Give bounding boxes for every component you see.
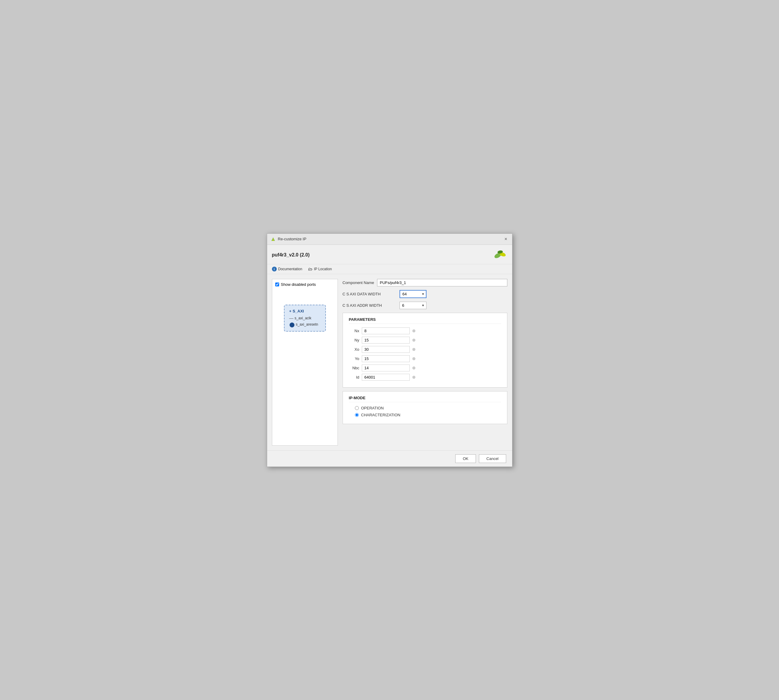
ip-location-button[interactable]: 🗁 IP Location (308, 267, 332, 272)
port-aclk-label: s_axi_aclk (295, 316, 311, 320)
show-ports-checkbox[interactable] (275, 283, 279, 287)
ok-button[interactable]: OK (455, 454, 476, 463)
show-ports-label: Show disabled ports (281, 282, 316, 287)
clear-id-icon[interactable]: ⊗ (412, 375, 416, 380)
param-yo-row: Yo ⊗ (349, 355, 501, 362)
param-nx-row: Nx ⊗ (349, 327, 501, 334)
clear-xo-icon[interactable]: ⊗ (412, 347, 416, 352)
radio-operation[interactable] (355, 406, 359, 410)
clear-nbc-icon[interactable]: ⊗ (412, 365, 416, 370)
close-button[interactable]: × (503, 236, 508, 242)
cs-axi-data-width-label: C S AXI DATA WIDTH (343, 292, 396, 296)
component-name-input[interactable] (377, 279, 507, 287)
clear-ny-icon[interactable]: ⊗ (412, 338, 416, 342)
ip-mode-section: IP-MODE OPERATION CHARACTERIZATION (343, 391, 507, 424)
block-box: + S_AXI — s_axi_aclk ⬤ s_axi_aresetn (284, 305, 326, 332)
param-nbc-row: Nbc ⊗ (349, 365, 501, 372)
ip-mode-title: IP-MODE (349, 396, 501, 402)
app-icon (271, 237, 276, 242)
param-nx-input[interactable] (362, 327, 410, 334)
param-id-label: Id (349, 375, 359, 380)
radio-operation-label: OPERATION (361, 406, 384, 410)
clear-nx-icon[interactable]: ⊗ (412, 328, 416, 333)
ip-title: puf4r3_v2.0 (2.0) (272, 252, 310, 258)
parameters-section: PARAMETERS Nx ⊗ Ny ⊗ Xo ⊗ Yo (343, 313, 507, 388)
cs-axi-data-width-select[interactable]: 32 64 128 (400, 290, 426, 298)
right-panel: Component Name C S AXI DATA WIDTH 32 64 … (343, 279, 507, 446)
clear-yo-icon[interactable]: ⊗ (412, 356, 416, 361)
title-bar-left: Re-customize IP (271, 237, 306, 242)
param-yo-input[interactable] (362, 355, 410, 362)
radio-characterization[interactable] (355, 413, 359, 417)
dialog-footer: OK Cancel (267, 450, 512, 467)
cs-axi-addr-width-label: C S AXI ADDR WIDTH (343, 303, 396, 308)
dot-icon: ⬤ (289, 322, 295, 327)
block-diagram: + S_AXI — s_axi_aclk ⬤ s_axi_aresetn (275, 305, 334, 332)
param-yo-label: Yo (349, 357, 359, 361)
block-ports: — s_axi_aclk ⬤ s_axi_aresetn (289, 316, 321, 327)
block-name: + S_AXI (289, 309, 321, 313)
param-xo-row: Xo ⊗ (349, 346, 501, 353)
param-nx-label: Nx (349, 328, 359, 333)
param-ny-input[interactable] (362, 337, 410, 343)
param-nbc-input[interactable] (362, 365, 410, 372)
cancel-button[interactable]: Cancel (479, 454, 506, 463)
toolbar: i Documentation 🗁 IP Location (267, 264, 512, 274)
left-panel: Show disabled ports + S_AXI — s_axi_aclk (272, 279, 338, 446)
recustomize-ip-dialog: Re-customize IP × puf4r3_v2.0 (2.0) i Do… (267, 233, 512, 467)
plus-icon: + (289, 309, 292, 313)
param-ny-row: Ny ⊗ (349, 337, 501, 343)
cs-axi-data-width-wrapper: 32 64 128 ▼ (400, 290, 426, 298)
cs-axi-addr-width-select[interactable]: 4 5 6 7 8 (400, 302, 426, 309)
info-icon: i (272, 267, 277, 272)
component-name-row: Component Name (343, 279, 507, 287)
vivado-logo (493, 249, 507, 261)
dialog-header: puf4r3_v2.0 (2.0) (267, 245, 512, 264)
param-ny-label: Ny (349, 338, 359, 342)
show-ports-row: Show disabled ports (275, 282, 334, 287)
cs-axi-addr-width-wrapper: 4 5 6 7 8 ▼ (400, 302, 426, 309)
param-id-input[interactable] (362, 374, 410, 381)
port-aclk: — s_axi_aclk (289, 316, 321, 320)
folder-icon: 🗁 (308, 267, 313, 272)
documentation-button[interactable]: i Documentation (272, 267, 303, 272)
dialog-title-text: Re-customize IP (278, 237, 306, 241)
param-nbc-label: Nbc (349, 366, 359, 370)
port-aresetn-label: s_axi_aresetn (296, 322, 318, 327)
radio-characterization-row: CHARACTERIZATION (349, 413, 501, 417)
component-name-label: Component Name (343, 280, 374, 285)
port-aresetn: ⬤ s_axi_aresetn (289, 322, 321, 327)
dialog-body: Show disabled ports + S_AXI — s_axi_aclk (267, 274, 512, 450)
param-xo-label: Xo (349, 347, 359, 352)
ip-location-label: IP Location (314, 267, 332, 271)
cs-axi-data-width-row: C S AXI DATA WIDTH 32 64 128 ▼ (343, 290, 507, 298)
parameters-title: PARAMETERS (349, 317, 501, 324)
param-xo-input[interactable] (362, 346, 410, 353)
dash-icon: — (289, 316, 294, 320)
cs-axi-addr-width-row: C S AXI ADDR WIDTH 4 5 6 7 8 ▼ (343, 302, 507, 309)
title-bar: Re-customize IP × (267, 234, 512, 245)
radio-operation-row: OPERATION (349, 406, 501, 410)
param-id-row: Id ⊗ (349, 374, 501, 381)
documentation-label: Documentation (278, 267, 303, 271)
radio-characterization-label: CHARACTERIZATION (361, 413, 400, 417)
